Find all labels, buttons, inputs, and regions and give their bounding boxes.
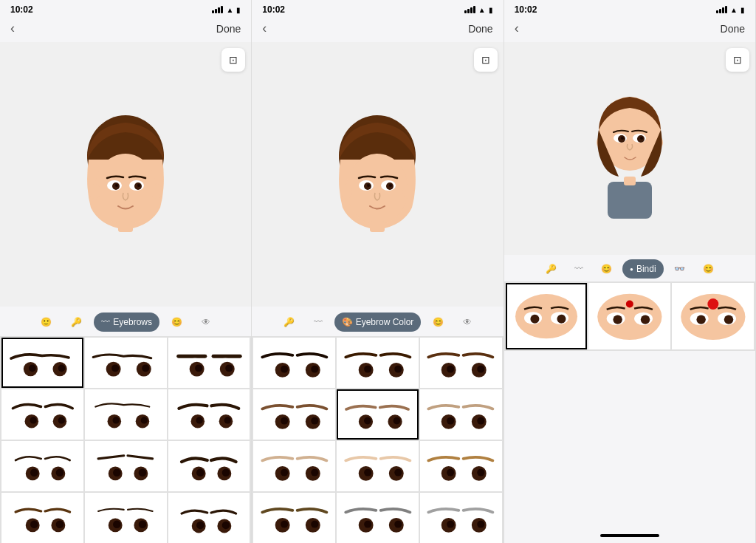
tab-face-3[interactable]: 😊 <box>594 259 619 279</box>
svg-point-45 <box>196 417 203 423</box>
grid-cell-1-11[interactable] <box>168 493 250 543</box>
svg-point-122 <box>364 417 371 425</box>
grid-cell-1-4[interactable] <box>85 389 167 440</box>
grid-cell-1-7[interactable] <box>85 441 167 491</box>
back-button-3[interactable]: ‹ <box>515 21 519 36</box>
signal-icon-2 <box>464 6 475 13</box>
color-cell-2-8[interactable] <box>420 441 502 491</box>
svg-point-81 <box>196 522 205 530</box>
color-cell-2-4[interactable] <box>337 389 419 440</box>
signal-icon-3 <box>716 6 727 13</box>
bindi-cell-none[interactable] <box>506 283 588 349</box>
tab-bindi-3[interactable]: ● Bindi <box>622 259 664 279</box>
grid-cell-1-6[interactable] <box>1 441 83 491</box>
color-cell-2-0[interactable] <box>253 338 335 388</box>
grid-cell-1-8[interactable] <box>168 441 250 491</box>
grid-cell-1-5[interactable] <box>168 389 250 440</box>
tab-key-1[interactable]: 🔑 <box>63 313 89 332</box>
tab-ear-3[interactable]: 😊 <box>695 259 721 279</box>
svg-point-101 <box>311 366 318 373</box>
home-indicator-3 <box>504 528 755 543</box>
svg-point-146 <box>447 469 455 477</box>
avatar-3 <box>582 75 678 222</box>
back-button-1[interactable]: ‹ <box>10 21 15 36</box>
status-bar-2: 10:02 ▲ ▮ <box>252 0 503 18</box>
color-cell-2-3[interactable] <box>253 389 335 440</box>
grid-cell-1-10[interactable] <box>85 493 167 543</box>
view-toggle-3[interactable]: ⊡ <box>726 48 749 72</box>
svg-point-54 <box>55 469 63 477</box>
tab-eyebrow-shape-2[interactable]: 〰 <box>306 313 330 332</box>
view-toggle-icon-3: ⊡ <box>733 54 742 66</box>
svg-point-107 <box>394 366 402 373</box>
svg-point-125 <box>394 417 401 425</box>
avatar-area-3: ⊡ <box>504 42 755 255</box>
bindi-cell-large[interactable] <box>672 283 754 349</box>
color-cell-2-6[interactable] <box>253 441 335 491</box>
grid-cell-1-3[interactable] <box>1 389 83 440</box>
svg-point-187 <box>613 315 622 324</box>
svg-point-92 <box>389 184 392 187</box>
svg-point-104 <box>364 366 371 373</box>
svg-point-33 <box>30 417 36 423</box>
color-cell-2-9[interactable] <box>253 493 335 543</box>
tab-glasses-3[interactable]: 👓 <box>667 259 693 279</box>
view-toggle-2[interactable]: ⊡ <box>474 48 498 72</box>
svg-point-66 <box>222 469 230 477</box>
wifi-icon-1: ▲ <box>226 6 233 14</box>
tab-eye-2[interactable]: 👁 <box>456 313 479 332</box>
tab-eyebrows-1[interactable]: 〰 Eyebrows <box>94 313 159 332</box>
done-button-1[interactable]: Done <box>216 23 241 35</box>
status-bar-3: 10:02 ▲ ▮ <box>504 0 755 18</box>
grid-cell-1-9[interactable] <box>1 493 83 543</box>
svg-point-128 <box>447 417 455 425</box>
svg-point-94 <box>402 184 414 199</box>
svg-point-22 <box>142 364 150 372</box>
done-button-3[interactable]: Done <box>721 23 745 35</box>
tab-eye-1[interactable]: 👁 <box>194 313 218 332</box>
color-cell-2-1[interactable] <box>337 338 419 388</box>
panel-eyebrows: 10:02 ▲ ▮ ‹ Done ⊡ <box>0 0 252 543</box>
bindi-cell-small[interactable] <box>588 283 670 349</box>
tab-eyebrow-shape-3[interactable]: 〰 <box>567 259 591 279</box>
grid-cell-1-2[interactable] <box>168 338 250 388</box>
color-cell-2-5[interactable] <box>420 389 502 440</box>
status-icons-1: ▲ ▮ <box>212 6 241 14</box>
back-button-2[interactable]: ‹ <box>262 21 267 36</box>
tab-eyebrow-color-label: Eyebrow Color <box>356 317 414 327</box>
color-cell-2-10[interactable] <box>337 493 419 543</box>
tab-key-2[interactable]: 🔑 <box>276 313 302 332</box>
svg-point-63 <box>196 469 205 477</box>
color-cell-2-7[interactable] <box>337 441 419 491</box>
wifi-icon-2: ▲ <box>478 6 486 14</box>
svg-point-72 <box>55 521 63 529</box>
svg-point-189 <box>641 315 650 324</box>
svg-point-27 <box>195 364 202 372</box>
battery-icon-3: ▮ <box>740 6 745 14</box>
battery-icon-2: ▮ <box>489 6 493 14</box>
tab-eyebrow-color-2[interactable]: 🎨 Eyebrow Color <box>334 313 422 332</box>
svg-point-182 <box>530 315 539 324</box>
tab-key-3[interactable]: 🔑 <box>538 259 564 279</box>
status-time-3: 10:02 <box>515 4 537 15</box>
color-cell-2-2[interactable] <box>420 338 502 388</box>
avatar-area-1: ⊡ <box>0 42 251 307</box>
tab-eyebrows-label-1: Eyebrows <box>113 317 152 327</box>
done-button-2[interactable]: Done <box>468 23 492 35</box>
battery-icon-1: ▮ <box>236 6 241 14</box>
tab-face-1[interactable]: 😊 <box>164 313 190 332</box>
svg-point-48 <box>224 417 231 423</box>
svg-point-113 <box>478 366 485 373</box>
grid-cell-1-0[interactable] <box>1 338 83 388</box>
grid-cell-1-1[interactable] <box>85 338 167 388</box>
tab-face-2[interactable]: 😊 <box>425 313 451 332</box>
svg-point-167 <box>478 521 485 528</box>
svg-rect-24 <box>212 355 242 358</box>
svg-point-164 <box>447 521 455 528</box>
tab-gesture-1[interactable]: 🙂 <box>33 313 59 332</box>
view-toggle-1[interactable]: ⊡ <box>221 48 245 72</box>
color-cell-2-11[interactable] <box>420 493 502 543</box>
svg-point-9 <box>151 184 162 199</box>
svg-rect-169 <box>624 177 636 185</box>
wifi-icon-3: ▲ <box>730 6 738 14</box>
